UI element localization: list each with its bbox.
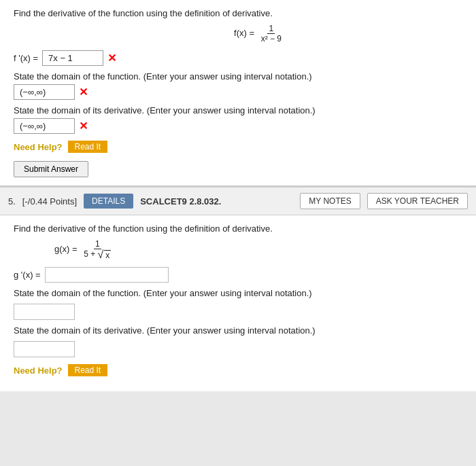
p5-read-it-button[interactable]: Read It <box>68 364 108 376</box>
p5-problem-intro: Find the derivative of the function usin… <box>14 223 462 234</box>
p5-need-help-row: Need Help? Read It <box>14 364 462 376</box>
top-problem-intro: Find the derivative of the function usin… <box>14 8 462 18</box>
p5-numerator: 1 <box>94 239 101 249</box>
top-domain2-box[interactable]: (−∞,∞) <box>14 118 75 134</box>
details-button[interactable]: DETAILS <box>84 194 133 209</box>
top-domain1-box[interactable]: (−∞,∞) <box>14 84 75 100</box>
ask-teacher-button[interactable]: ASK YOUR TEACHER <box>367 193 468 209</box>
top-function-display: f(x) = 1 x² − 9 <box>54 24 462 43</box>
top-need-help-row: Need Help? Read It <box>14 141 462 153</box>
p5-sqrt-symbol: √ <box>98 249 104 260</box>
p5-function-display: g(x) = 1 5 + √x <box>54 239 462 260</box>
top-domain2-xmark: ✕ <box>79 120 88 132</box>
p5-domain2-input[interactable] <box>14 341 75 357</box>
top-function-label: f(x) = <box>234 28 254 38</box>
top-function-fraction: 1 x² − 9 <box>260 24 283 43</box>
top-read-it-button[interactable]: Read It <box>68 141 108 153</box>
problem5-body: Find the derivative of the function usin… <box>0 215 476 391</box>
p5-denom-prefix: 5 + <box>84 249 97 259</box>
top-derivative-box[interactable]: 7x − 1 <box>42 50 103 66</box>
p5-domain-prompt2: State the domain of its derivative. (Ent… <box>14 325 462 336</box>
problem5-points: [-/0.44 Points] <box>22 196 77 207</box>
top-submit-button[interactable]: Submit Answer <box>14 161 88 177</box>
p5-need-help-label: Need Help? <box>14 365 63 376</box>
top-domain1-row: (−∞,∞) ✕ <box>14 84 462 100</box>
top-denominator: x² − 9 <box>260 34 283 43</box>
my-notes-button[interactable]: MY NOTES <box>300 193 360 209</box>
top-derivative-row: f '(x) = 7x − 1 ✕ <box>14 50 462 66</box>
scalcet-label: SCALCET9 2.8.032. <box>140 196 293 207</box>
top-section: Find the derivative of the function usin… <box>0 0 476 186</box>
p5-derivative-label: g '(x) = <box>14 270 41 280</box>
p5-derivative-row: g '(x) = <box>14 267 462 283</box>
top-derivative-xmark: ✕ <box>107 52 116 65</box>
p5-domain-prompt1: State the domain of the function. (Enter… <box>14 288 462 298</box>
top-domain2-row: (−∞,∞) ✕ <box>14 118 462 134</box>
p5-sqrt-content: x <box>104 250 111 260</box>
top-domain-prompt2: State the domain of its derivative. (Ent… <box>14 105 462 115</box>
p5-derivative-input[interactable] <box>45 267 169 283</box>
p5-function-label: g(x) = <box>54 244 78 254</box>
p5-domain1-input[interactable] <box>14 304 75 320</box>
p5-domain2-row <box>14 338 462 357</box>
problem5-header: 5. [-/0.44 Points] DETAILS SCALCET9 2.8.… <box>0 186 476 215</box>
p5-domain1-row <box>14 301 462 320</box>
top-derivative-label: f '(x) = <box>14 53 38 63</box>
page: Find the derivative of the function usin… <box>0 0 476 466</box>
top-need-help-label: Need Help? <box>14 142 63 152</box>
top-domain-prompt1: State the domain of the function. (Enter… <box>14 71 462 82</box>
top-numerator: 1 <box>267 24 275 34</box>
problem5-number: 5. <box>8 196 16 207</box>
p5-function-fraction: 1 5 + √x <box>82 239 112 260</box>
top-domain1-xmark: ✕ <box>79 86 88 98</box>
p5-denominator: 5 + √x <box>82 249 112 260</box>
p5-sqrt: √x <box>98 249 112 260</box>
